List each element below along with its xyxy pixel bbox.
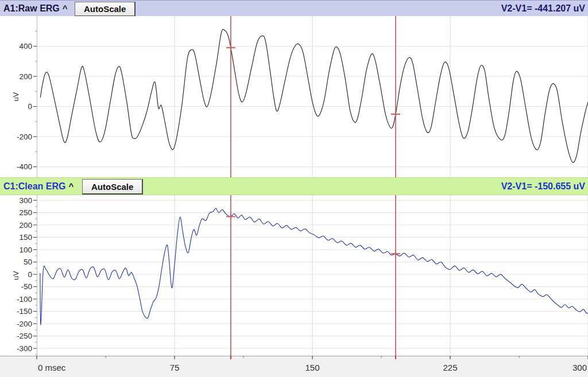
y-tick-label: -300 [17,344,32,353]
raw-y-axis-title: uV [11,92,20,101]
y-tick-label: -50 [21,282,32,291]
raw-cursor-measurement: V2-V1= -441.207 uV [501,1,585,16]
y-tick-label: 300 [19,196,32,205]
clean-channel-header: C1:Clean ERG ^ AutoScale V2-V1= -150.655… [0,177,588,195]
clean-autoscale-button[interactable]: AutoScale [82,179,143,195]
clean-erg-plot[interactable]: 300250200150100500-50-100-150-200-250-30… [0,195,588,356]
time-tick-label: 75 [170,363,180,372]
clean-plot-bg [0,195,588,356]
time-axis-bg [0,356,588,377]
raw-erg-plot[interactable]: 4002000-200-400uV [0,16,588,177]
collapse-caret-icon[interactable]: ^ [68,181,74,191]
clean-channel-title[interactable]: C1:Clean ERG [0,181,65,192]
y-tick-label: -400 [17,162,32,171]
raw-channel-header: A1:Raw ERG ^ AutoScale V2-V1= -441.207 u… [0,0,588,16]
y-tick-label: -200 [17,133,32,141]
y-tick-label: 0 [28,102,32,111]
raw-autoscale-button[interactable]: AutoScale [75,2,136,17]
y-tick-label: -150 [17,307,32,316]
y-tick-label: 400 [19,42,32,50]
time-axis: 0 msec75150225300 [0,356,588,377]
time-tick-label: 0 msec [38,363,66,372]
time-tick-label: 225 [443,363,457,372]
clean-y-axis-title: uV [11,271,20,280]
collapse-caret-icon[interactable]: ^ [63,3,68,13]
y-tick-label: 200 [19,72,32,81]
y-tick-label: 50 [24,258,32,266]
erg-acquisition-window: A1:Raw ERG ^ AutoScale V2-V1= -441.207 u… [0,0,588,377]
y-tick-label: -100 [17,295,32,304]
y-tick-label: 200 [19,221,32,230]
time-tick-label: 300 [572,363,587,372]
y-tick-label: 150 [19,233,32,242]
y-tick-label: -200 [17,320,32,328]
y-tick-label: 0 [28,270,32,279]
clean-cursor-measurement: V2-V1= -150.655 uV [501,178,585,195]
y-tick-label: -250 [17,332,32,340]
y-tick-label: 100 [19,246,32,254]
y-tick-label: 250 [19,208,32,217]
raw-plot-bg [0,16,588,177]
time-tick-label: 150 [305,363,319,372]
raw-channel-title[interactable]: A1:Raw ERG [0,3,60,14]
